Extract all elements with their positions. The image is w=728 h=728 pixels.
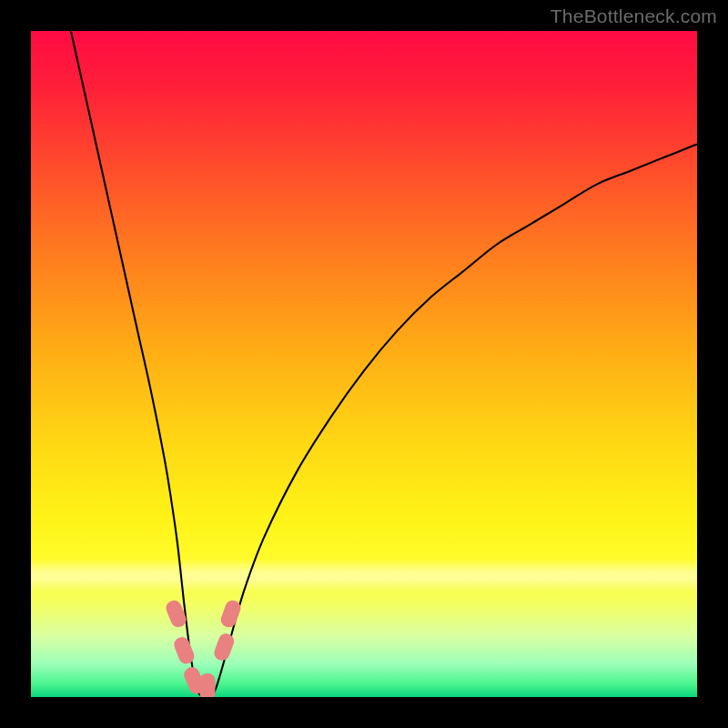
curve-marker <box>199 673 215 697</box>
curve-marker <box>212 632 236 662</box>
bottleneck-curve <box>71 31 697 697</box>
watermark-text: TheBottleneck.com <box>551 5 717 27</box>
plot-area <box>31 31 697 697</box>
curve-layer <box>31 31 697 697</box>
curve-marker <box>172 635 197 666</box>
curve-markers <box>164 598 243 697</box>
curve-marker <box>218 598 242 629</box>
chart-frame: TheBottleneck.com <box>0 0 728 728</box>
